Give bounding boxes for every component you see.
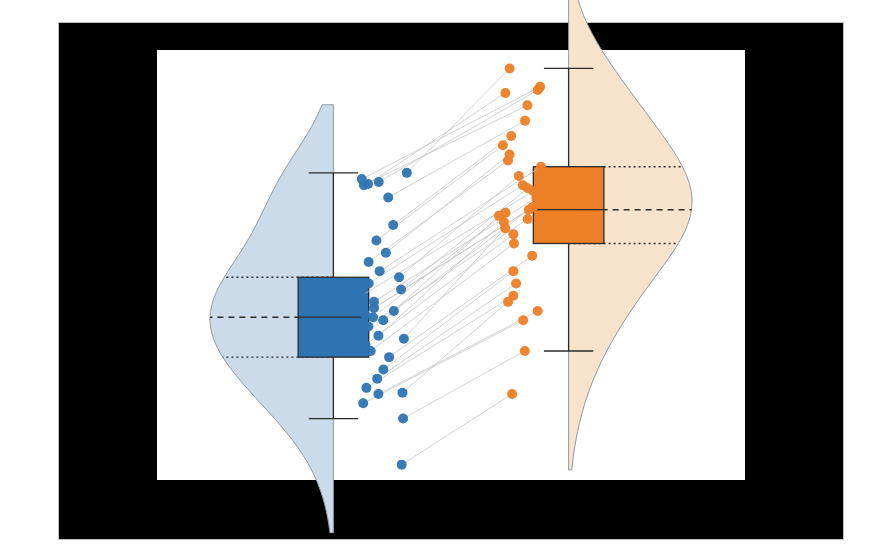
pair-line (393, 136, 511, 225)
point-group1 (383, 192, 393, 202)
point-group2 (520, 116, 530, 126)
point-group1 (364, 257, 374, 267)
point-group1 (388, 220, 398, 230)
point-group1 (394, 272, 404, 282)
point-group1 (361, 383, 371, 393)
point-group1 (397, 388, 407, 398)
box-group2 (533, 167, 604, 244)
point-group2 (536, 162, 546, 172)
point-group2 (535, 82, 545, 92)
point-group2 (508, 266, 518, 276)
point-group1 (399, 334, 409, 344)
point-group1 (364, 278, 374, 288)
pair-line (402, 394, 512, 465)
pair-line (403, 351, 525, 419)
point-group2 (505, 149, 515, 159)
point-group2 (500, 88, 510, 98)
point-group1 (356, 291, 366, 301)
pair-line (361, 191, 533, 295)
point-group2 (522, 100, 532, 110)
point-group2 (509, 239, 519, 249)
point-group2 (505, 63, 515, 73)
point-group2 (498, 140, 508, 150)
point-group2 (520, 346, 530, 356)
point-group1 (361, 340, 371, 350)
point-group1 (358, 398, 368, 408)
point-group1 (402, 168, 412, 178)
point-group1 (378, 364, 388, 374)
point-group2 (511, 278, 521, 288)
point-group1 (374, 177, 384, 187)
point-group1 (369, 297, 379, 307)
pair-line (407, 68, 510, 172)
point-group1 (378, 315, 388, 325)
point-group2 (506, 131, 516, 141)
point-group1 (375, 266, 385, 276)
point-group1 (384, 352, 394, 362)
point-group1 (372, 374, 382, 384)
point-group2 (507, 389, 517, 399)
point-group2 (518, 180, 528, 190)
point-group2 (508, 229, 518, 239)
point-group2 (514, 171, 524, 181)
point-group2 (527, 251, 537, 261)
point-group1 (389, 306, 399, 316)
plot-axes (157, 50, 745, 480)
point-group1 (357, 174, 367, 184)
point-group2 (518, 315, 528, 325)
point-group1 (373, 331, 383, 341)
point-group2 (508, 291, 518, 301)
point-group1 (396, 285, 406, 295)
point-group2 (523, 214, 533, 224)
point-group1 (360, 309, 370, 319)
figure-canvas (58, 22, 844, 540)
raincloud-plot (157, 50, 745, 480)
point-group2 (533, 306, 543, 316)
point-group1 (371, 235, 381, 245)
point-group1 (398, 414, 408, 424)
point-group1 (373, 389, 383, 399)
point-group1 (363, 321, 373, 331)
point-group1 (381, 248, 391, 258)
point-group2 (500, 208, 510, 218)
point-group1 (397, 460, 407, 470)
pair-line (366, 296, 513, 388)
